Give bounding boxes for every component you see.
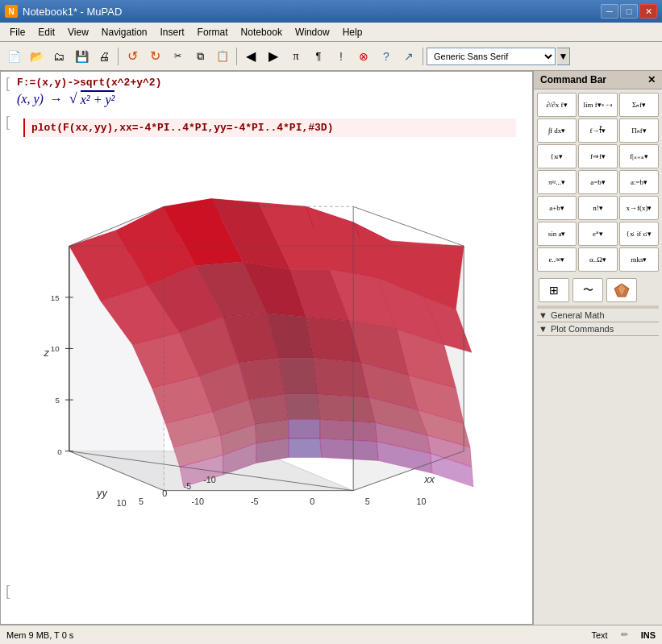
- undo-button[interactable]: ↺: [122, 46, 143, 67]
- pencil-icon: ✏: [621, 629, 628, 640]
- status-ins: INS: [641, 630, 656, 640]
- menu-format[interactable]: Format: [191, 23, 235, 41]
- app-icon: N: [5, 5, 18, 18]
- maximize-button[interactable]: □: [620, 4, 638, 19]
- arrow-button[interactable]: f⇒f▾: [578, 144, 618, 168]
- notebook-area[interactable]: [ F:=(x,y)->sqrt(x^2+y^2) (x, y) → √ x² …: [0, 71, 533, 625]
- cut-button[interactable]: ✂: [167, 46, 188, 67]
- help3-button[interactable]: ↗: [398, 46, 419, 67]
- print-button[interactable]: 🖨: [94, 46, 114, 67]
- font-dropdown-button[interactable]: ▼: [557, 48, 570, 65]
- stop-button[interactable]: ⊗: [353, 46, 374, 67]
- svg-text:5: 5: [365, 497, 370, 506]
- svg-marker-53: [289, 438, 322, 457]
- plot-area: 0 5 10 15 z 10 5 0 -5 -10 xx: [10, 143, 523, 514]
- svg-text:10: 10: [117, 498, 127, 508]
- menu-edit[interactable]: Edit: [31, 23, 61, 41]
- command-bar-close-button[interactable]: ✕: [647, 74, 656, 85]
- svg-marker-54: [320, 438, 378, 460]
- svg-marker-46: [289, 420, 320, 438]
- units-button[interactable]: mks▾: [619, 247, 659, 272]
- menu-view[interactable]: View: [61, 23, 95, 41]
- svg-text:5: 5: [55, 396, 60, 405]
- assign-button[interactable]: a:=b▾: [619, 170, 659, 194]
- menu-notebook[interactable]: Notebook: [235, 23, 289, 41]
- plot2d-icon-button[interactable]: 〜: [572, 278, 603, 302]
- forward-button[interactable]: ▶: [263, 46, 284, 67]
- equation-button[interactable]: a=b▾: [578, 170, 618, 194]
- paste-button[interactable]: 📋: [212, 46, 233, 67]
- close-button[interactable]: ✕: [639, 4, 657, 19]
- sum-button[interactable]: Σₙf▾: [619, 93, 659, 117]
- svg-text:z: z: [44, 347, 50, 359]
- copy-button[interactable]: ⧉: [189, 46, 210, 67]
- command-bar-header: Command Bar ✕: [534, 71, 662, 89]
- new-button[interactable]: 📄: [3, 46, 24, 67]
- piecewise-button[interactable]: {xᵢ if cᵢ▾: [619, 222, 659, 246]
- func-button[interactable]: x→f(x)▾: [619, 196, 659, 220]
- window-controls: ─ □ ✕: [601, 4, 657, 19]
- svg-text:-10: -10: [192, 497, 205, 506]
- cell2-input[interactable]: plot(F(xx,yy),xx=-4*PI..4*PI,yy=-4*PI..4…: [23, 118, 516, 137]
- svg-marker-33: [314, 358, 369, 397]
- svg-text:0: 0: [162, 488, 167, 498]
- redo-button[interactable]: ↻: [144, 46, 165, 67]
- cell1-input[interactable]: F:=(x,y)->sqrt(x^2+y^2): [17, 77, 523, 89]
- help2-button[interactable]: ?: [376, 46, 397, 67]
- svg-text:0: 0: [57, 447, 62, 456]
- icon-buttons-row: ⊞ 〜: [534, 275, 662, 305]
- svg-text:5: 5: [139, 497, 144, 506]
- toolbar: 📄 📂 🗂 💾 🖨 ↺ ↻ ✂ ⧉ 📋 ◀ ▶ π ¶ ! ⊗ ? ↗ Gene…: [0, 42, 662, 71]
- limit-button[interactable]: lim f▾x→a: [578, 93, 618, 117]
- window-title: Notebook1* - MuPAD: [23, 6, 122, 18]
- matrix-icon-button[interactable]: ⊞: [539, 278, 569, 302]
- svg-text:yy: yy: [96, 487, 107, 499]
- integral-button[interactable]: ∫f dx▾: [537, 118, 577, 143]
- toolbar-sep-1: [118, 48, 119, 65]
- insert2-button[interactable]: ¶: [308, 46, 329, 67]
- back-button[interactable]: ◀: [240, 46, 261, 67]
- status-right: Text ✏ INS: [591, 629, 656, 640]
- command-bar: Command Bar ✕ ∂/∂x f▾ lim f▾x→a Σₙf▾ ∫f …: [533, 71, 662, 625]
- range-button[interactable]: e..∞▾: [537, 247, 577, 272]
- product-button[interactable]: Πₙf▾: [619, 118, 659, 143]
- eval-at-button[interactable]: f|ₓ₌ₐ▾: [619, 144, 659, 168]
- math-button[interactable]: π: [285, 46, 306, 67]
- arith-button[interactable]: a+b▾: [537, 196, 577, 220]
- menu-help[interactable]: Help: [336, 23, 369, 41]
- plot-svg: 0 5 10 15 z 10 5 0 -5 -10 xx: [10, 143, 523, 514]
- trig-button[interactable]: sin a▾: [537, 222, 577, 246]
- svg-text:15: 15: [51, 293, 60, 302]
- general-math-label: General Math: [551, 310, 605, 320]
- svg-text:-10: -10: [203, 475, 216, 484]
- excl-button[interactable]: !: [331, 46, 352, 67]
- command-bar-title: Command Bar: [540, 74, 606, 85]
- set-button[interactable]: {xᵢ▾: [537, 144, 577, 168]
- main-layout: [ F:=(x,y)->sqrt(x^2+y^2) (x, y) → √ x² …: [0, 71, 662, 625]
- exp-button[interactable]: eᵃ▾: [578, 222, 618, 246]
- plot-commands-section[interactable]: ▼ Plot Commands: [534, 322, 662, 335]
- open-button[interactable]: 📂: [26, 46, 47, 67]
- minimize-button[interactable]: ─: [601, 4, 618, 19]
- partial-deriv-button[interactable]: ∂/∂x f▾: [537, 93, 577, 117]
- svg-text:10: 10: [51, 344, 60, 353]
- toolbar-sep-2: [236, 48, 237, 65]
- plot3d-icon-button[interactable]: [606, 278, 637, 302]
- title-bar: N Notebook1* - MuPAD ─ □ ✕: [0, 0, 662, 23]
- cell1-output: (x, y) → √ x² + y²: [1, 89, 532, 109]
- numeric-button[interactable]: π≈...▾: [537, 170, 577, 194]
- save-button[interactable]: 💾: [71, 46, 92, 67]
- toolbar-sep-3: [423, 48, 423, 65]
- menu-insert[interactable]: Insert: [154, 23, 191, 41]
- menu-window[interactable]: Window: [289, 23, 336, 41]
- factorial-button[interactable]: n!▾: [578, 196, 618, 220]
- font-selector[interactable]: Generic Sans Serif: [427, 48, 556, 65]
- open2-button[interactable]: 🗂: [48, 46, 69, 67]
- status-memory: Mem 9 MB, T 0 s: [6, 630, 73, 640]
- menu-navigation[interactable]: Navigation: [95, 23, 154, 41]
- menu-file[interactable]: File: [3, 23, 31, 41]
- general-math-section[interactable]: ▼ General Math: [534, 309, 662, 322]
- transform-button[interactable]: f→f̂▾: [578, 118, 618, 143]
- greek-button[interactable]: α..Ω▾: [578, 247, 618, 272]
- command-grid: ∂/∂x f▾ lim f▾x→a Σₙf▾ ∫f dx▾ f→f̂▾ Πₙf▾…: [534, 89, 662, 275]
